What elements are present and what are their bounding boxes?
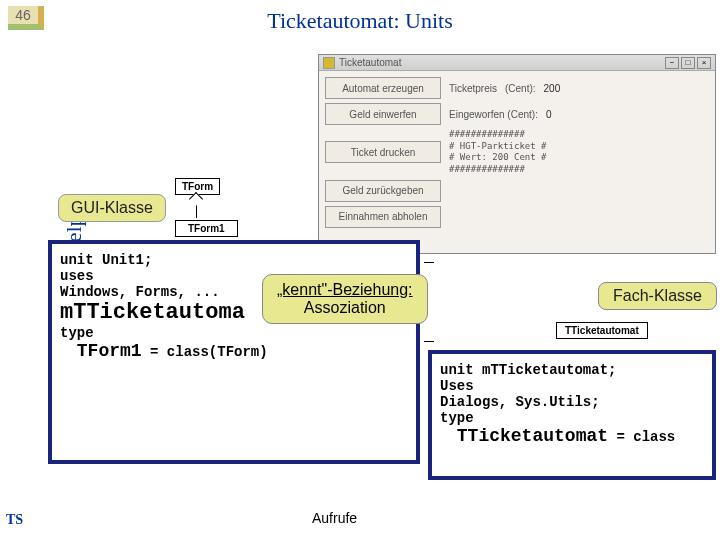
aufrufe-label: Aufrufe xyxy=(312,510,357,526)
code-eq: = class(TForm) xyxy=(142,344,268,360)
footer-label: TS xyxy=(6,512,23,528)
close-button[interactable]: × xyxy=(697,57,711,69)
cent-label: (Cent): xyxy=(505,83,536,94)
tform1-uml: TForm1 xyxy=(175,220,238,237)
tticket-uml: TTicketautomat xyxy=(556,322,648,339)
ticket-l2: # HGT-Parkticket # xyxy=(449,141,569,153)
zurueck-button[interactable]: Geld zurückgeben xyxy=(325,180,441,202)
code2-class-line: TTicketautomat = class xyxy=(440,426,704,446)
code-mtticket: unit mTTicketautomat; Uses Dialogs, Sys.… xyxy=(428,350,716,480)
window-controls: − □ × xyxy=(665,57,711,69)
slide-title: Ticketautomat: Units xyxy=(267,8,453,34)
app-window: Ticketautomat − □ × Automat erzeugen Tic… xyxy=(318,54,716,254)
kennt-bubble: „kennt"-Beziehung: Assoziation xyxy=(262,274,428,324)
fach-klasse-label: Fach-Klasse xyxy=(598,282,717,310)
eingew-value: 0 xyxy=(546,109,552,120)
einwerfen-button[interactable]: Geld einwerfen xyxy=(325,103,441,125)
titlebar: Ticketautomat − □ × xyxy=(319,55,715,71)
code-tform1-line: TForm1 = class(TForm) xyxy=(60,341,408,361)
bubble-l1: „kennt"-Beziehung: xyxy=(277,281,413,298)
code2-big: TTicketautomat xyxy=(457,426,608,446)
bubble-l2: Assoziation xyxy=(304,299,386,316)
slide-number: 46 xyxy=(8,6,44,30)
ticket-l3: # Wert: 200 Cent # xyxy=(449,152,569,164)
ticket-display: ############## # HGT-Parkticket # # Wert… xyxy=(449,129,569,176)
app-body: Automat erzeugen Ticketpreis (Cent): 200… xyxy=(319,71,715,234)
ticket-l1: ############## xyxy=(449,129,569,141)
code2-l4: type xyxy=(440,410,704,426)
preis-label: Ticketpreis xyxy=(449,83,497,94)
app-icon xyxy=(323,57,335,69)
minimize-button[interactable]: − xyxy=(665,57,679,69)
ticket-l4: ############## xyxy=(449,164,569,176)
erzeugen-button[interactable]: Automat erzeugen xyxy=(325,77,441,99)
maximize-button[interactable]: □ xyxy=(681,57,695,69)
code2-l3: Dialogs, Sys.Utils; xyxy=(440,394,704,410)
tform-uml: TForm xyxy=(175,178,220,195)
window-title: Ticketautomat xyxy=(339,57,665,68)
code2-l1: unit mTTicketautomat; xyxy=(440,362,704,378)
code-l1: unit Unit1; xyxy=(60,252,408,268)
preis-value: 200 xyxy=(544,83,561,94)
eingew-label: Eingeworfen (Cent): xyxy=(449,109,538,120)
code-tform1: TForm1 xyxy=(77,341,142,361)
code2-l2: Uses xyxy=(440,378,704,394)
code-type: type xyxy=(60,325,408,341)
code2-eq: = class xyxy=(608,429,675,445)
abholen-button[interactable]: Einnahmen abholen xyxy=(325,206,441,228)
drucken-button[interactable]: Ticket drucken xyxy=(325,141,441,163)
gui-klasse-label: GUI-Klasse xyxy=(58,194,166,222)
